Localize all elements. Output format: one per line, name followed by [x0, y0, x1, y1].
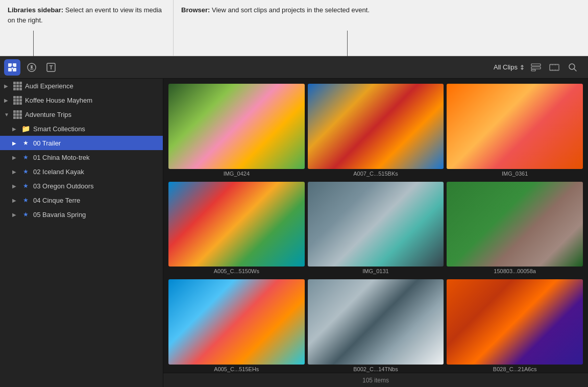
arrow-icon: ▼ — [4, 112, 12, 117]
toolbar-right: All Clips — [494, 60, 584, 75]
clip-thumbnail — [308, 84, 444, 169]
clip-item[interactable]: B028_C...21A6cs — [446, 278, 584, 373]
clips-label: All Clips — [494, 63, 518, 71]
sidebar-item-label: 05 Bavaria Spring — [33, 211, 86, 219]
svg-line-27 — [574, 68, 577, 71]
sidebar-item-iceland[interactable]: ▶ ★ 02 Iceland Kayak — [0, 164, 163, 179]
sidebar-item-label: 03 Oregon Outdoors — [33, 182, 94, 190]
annotation-right-text: View and sort clips and projects in the … — [212, 6, 370, 14]
clip-label: IMG_0361 — [447, 169, 583, 179]
clip-label: B028_C...21A6cs — [447, 365, 583, 373]
svg-rect-24 — [555, 69, 556, 70]
clip-item[interactable]: IMG_0424 — [167, 83, 306, 180]
libraries-button[interactable]: ★ — [4, 59, 20, 76]
clip-item[interactable]: A005_C...5150Ws — [167, 181, 306, 278]
clip-item[interactable]: B002_C...14TNbs — [307, 278, 445, 373]
clip-label: IMG_0424 — [168, 169, 305, 179]
sidebar-item-bavaria[interactable]: ▶ ★ 05 Bavaria Spring — [0, 207, 163, 222]
clip-label: A007_C...515BKs — [308, 169, 444, 179]
clip-thumbnail — [168, 84, 305, 169]
svg-rect-18 — [554, 64, 554, 65]
clip-thumbnail — [447, 182, 583, 267]
svg-rect-12 — [531, 64, 541, 66]
svg-text:T: T — [50, 64, 53, 70]
star-icon: ★ — [20, 181, 31, 191]
sidebar-item-label: 01 China Moto-trek — [33, 154, 90, 161]
clip-appearance-button[interactable] — [529, 60, 543, 75]
clip-thumbnail — [168, 182, 305, 267]
library-icon — [12, 109, 22, 119]
clip-thumbnail — [308, 279, 444, 365]
sidebar-item-label: Adventure Trips — [25, 111, 71, 118]
items-count: 105 items — [362, 377, 389, 384]
titles-button[interactable]: T — [43, 59, 59, 76]
arrow-icon: ▶ — [12, 183, 20, 189]
toolbar: ★ ♪ T All Clips — [0, 56, 588, 79]
sidebar-item-oregon[interactable]: ▶ ★ 03 Oregon Outdoors — [0, 179, 163, 193]
svg-text:♪: ♪ — [31, 65, 33, 70]
star-icon: ★ — [20, 166, 31, 177]
clip-thumbnail — [447, 279, 583, 365]
sidebar-item-cinque[interactable]: ▶ ★ 04 Cinque Terre — [0, 193, 163, 207]
sidebar-item-label: Koffee House Mayhem — [25, 96, 92, 104]
svg-rect-14 — [531, 69, 535, 71]
svg-rect-17 — [552, 64, 553, 65]
sidebar-item-label: 02 Iceland Kayak — [33, 168, 84, 176]
star-icon: ★ — [20, 138, 31, 148]
arrow-icon: ▶ — [12, 140, 20, 146]
clip-thumbnail — [168, 279, 305, 365]
annotation-area: Libraries sidebar: Select an event to vi… — [0, 0, 588, 56]
arrow-icon: ▶ — [12, 198, 20, 203]
sidebar-item-label: Smart Collections — [33, 125, 85, 133]
svg-rect-16 — [551, 64, 551, 65]
clip-label: A005_C...515EHs — [168, 365, 305, 373]
sidebar-item-label: 04 Cinque Terre — [33, 197, 80, 204]
clip-thumbnail — [447, 84, 583, 169]
library-icon — [12, 95, 22, 105]
sidebar: ▶ Audi Experience ▶ — [0, 79, 163, 387]
sidebar-item-koffee[interactable]: ▶ Koffee House Mayhem — [0, 93, 163, 107]
folder-icon: 📁 — [20, 124, 31, 134]
arrow-icon: ▶ — [4, 98, 12, 103]
sidebar-item-trailer[interactable]: ▶ ★ 00 Trailer — [0, 136, 163, 150]
sidebar-item-smart-collections[interactable]: ▶ 📁 Smart Collections — [0, 122, 163, 136]
clip-label: B002_C...14TNbs — [308, 365, 444, 373]
arrow-icon: ▶ — [12, 126, 20, 132]
browser-grid: IMG_0424 A007_C...515BKs IMG_0361 — [163, 79, 588, 373]
annotation-right-label: Browser: — [181, 6, 210, 14]
svg-rect-25 — [557, 69, 557, 70]
svg-rect-23 — [554, 69, 554, 70]
svg-text:★: ★ — [11, 66, 14, 69]
status-bar: 105 items — [163, 373, 588, 387]
annotation-left: Libraries sidebar: Select an event to vi… — [0, 0, 174, 56]
clip-item[interactable]: A005_C...515EHs — [167, 278, 306, 373]
annotation-left-label: Libraries sidebar: — [8, 6, 63, 14]
sidebar-item-adventure[interactable]: ▼ Adventure Trips — [0, 107, 163, 122]
sidebar-item-audi[interactable]: ▶ Audi Experience — [0, 79, 163, 93]
arrow-icon: ▶ — [4, 83, 12, 89]
main-content: ▶ Audi Experience ▶ — [0, 79, 588, 387]
star-icon: ★ — [20, 209, 31, 220]
app-container: ★ ♪ T All Clips — [0, 56, 588, 387]
clip-label: 150803...00058a — [447, 267, 583, 276]
clips-selector[interactable]: All Clips — [494, 63, 525, 71]
arrow-icon: ▶ — [12, 169, 20, 175]
arrow-icon: ▶ — [12, 155, 20, 160]
clip-item[interactable]: IMG_0361 — [446, 83, 584, 180]
clip-item[interactable]: A007_C...515BKs — [307, 83, 445, 180]
clip-item[interactable]: 150803...00058a — [446, 181, 584, 278]
audio-button[interactable]: ♪ — [23, 59, 40, 76]
search-button[interactable] — [566, 60, 580, 75]
library-icon — [12, 81, 22, 91]
svg-rect-22 — [552, 69, 553, 70]
filmstrip-button[interactable] — [547, 60, 561, 75]
svg-rect-21 — [551, 69, 551, 70]
sidebar-item-label: Audi Experience — [25, 82, 74, 90]
svg-rect-13 — [531, 67, 541, 69]
clip-item[interactable]: IMG_0131 — [307, 181, 445, 278]
star-icon: ★ — [20, 152, 31, 162]
sidebar-item-china[interactable]: ▶ ★ 01 China Moto-trek — [0, 150, 163, 164]
svg-rect-19 — [555, 64, 556, 65]
clip-label: IMG_0131 — [308, 267, 444, 276]
annotation-right: Browser: View and sort clips and project… — [174, 0, 588, 56]
